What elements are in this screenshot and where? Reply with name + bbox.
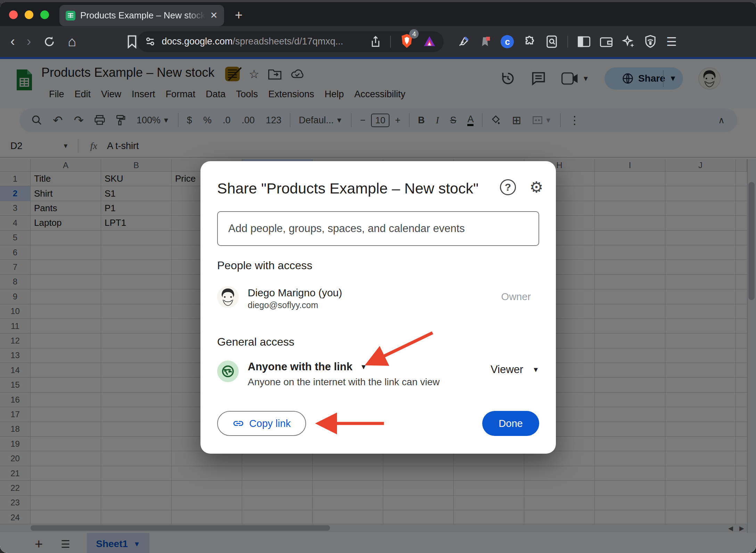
globe-icon (222, 365, 234, 378)
person-row[interactable]: Diego Marigno (you) diego@soflyy.com Own… (217, 286, 539, 309)
tune-permissions-icon[interactable] (145, 36, 156, 47)
share-dialog: Share "Products Example – New stock" ? ⚙… (200, 161, 556, 454)
vpn-shield-icon[interactable] (644, 35, 656, 48)
mac-maximize-button[interactable] (40, 10, 49, 19)
role-dropdown[interactable]: Viewer ▼ (491, 363, 539, 376)
people-with-access-heading: People with access (217, 259, 312, 272)
screen: Products Example – New stock ✕ + ‹ › ⌂ d… (0, 0, 756, 553)
bookmark-icon[interactable] (127, 35, 137, 49)
shield-count-badge: 4 (409, 29, 419, 39)
search-page-icon[interactable] (546, 35, 558, 48)
person-name: Diego Marigno (you) (248, 287, 342, 299)
leo-ai-sparkle-icon[interactable] (622, 35, 635, 48)
wallet-icon[interactable] (600, 36, 613, 47)
general-access-heading: General access (217, 336, 294, 348)
extensions-puzzle-icon[interactable] (524, 35, 536, 48)
settings-gear-icon[interactable]: ⚙ (528, 179, 545, 196)
brave-rewards-icon[interactable] (423, 35, 436, 49)
copy-link-button[interactable]: Copy link (217, 411, 306, 436)
color-picker-icon[interactable] (458, 36, 469, 48)
sidebar-icon[interactable] (578, 36, 590, 47)
url-bar[interactable]: docs.google.com/spreadsheets/d/17qmxq...… (137, 31, 444, 52)
mac-minimize-button[interactable] (25, 10, 33, 19)
sheets-favicon-icon (66, 11, 75, 20)
back-icon[interactable]: ‹ (10, 34, 15, 49)
general-access-row: Anyone with the link ▼ Anyone on the int… (217, 361, 539, 383)
person-avatar (217, 286, 239, 308)
clipper-extension-icon[interactable] (479, 36, 491, 48)
help-icon[interactable]: ? (500, 179, 516, 195)
url-text: docs.google.com/spreadsheets/d/17qmxq... (162, 36, 370, 47)
divider (390, 36, 391, 48)
browser-toolbar: ‹ › ⌂ docs.google.com/spreadsheets/d/17q… (0, 26, 756, 57)
new-tab-button[interactable]: + (235, 10, 243, 20)
forward-icon[interactable]: › (27, 34, 31, 49)
access-scope-dropdown[interactable]: Anyone with the link ▼ (248, 361, 367, 373)
person-role: Owner (501, 291, 531, 303)
browser-tab[interactable]: Products Example – New stock ✕ (59, 5, 224, 26)
tab-close-icon[interactable]: ✕ (210, 10, 218, 21)
link-icon (232, 418, 244, 429)
browser-window: Products Example – New stock ✕ + ‹ › ⌂ d… (0, 2, 756, 553)
caret-down-icon: ▼ (360, 363, 367, 371)
add-people-input[interactable] (217, 211, 539, 246)
done-button[interactable]: Done (482, 411, 539, 436)
brave-shield-icon[interactable]: 4 (400, 33, 414, 50)
dialog-title: Share "Products Example – New stock" (217, 180, 478, 197)
browser-titlebar: Products Example – New stock ✕ + (0, 2, 756, 26)
browser-menu-icon[interactable]: ☰ (666, 35, 676, 49)
tab-title: Products Example – New stock (80, 10, 205, 21)
home-icon[interactable]: ⌂ (68, 34, 76, 49)
divider (567, 36, 568, 48)
share-page-icon[interactable] (370, 35, 381, 48)
mac-close-button[interactable] (9, 10, 18, 19)
wave-extension-icon[interactable]: c (501, 35, 514, 48)
reload-icon[interactable] (43, 35, 56, 48)
person-email: diego@soflyy.com (248, 300, 318, 310)
access-description: Anyone on the internet with the link can… (248, 377, 440, 388)
anyone-globe-badge (217, 361, 239, 382)
caret-down-icon: ▼ (532, 366, 539, 374)
